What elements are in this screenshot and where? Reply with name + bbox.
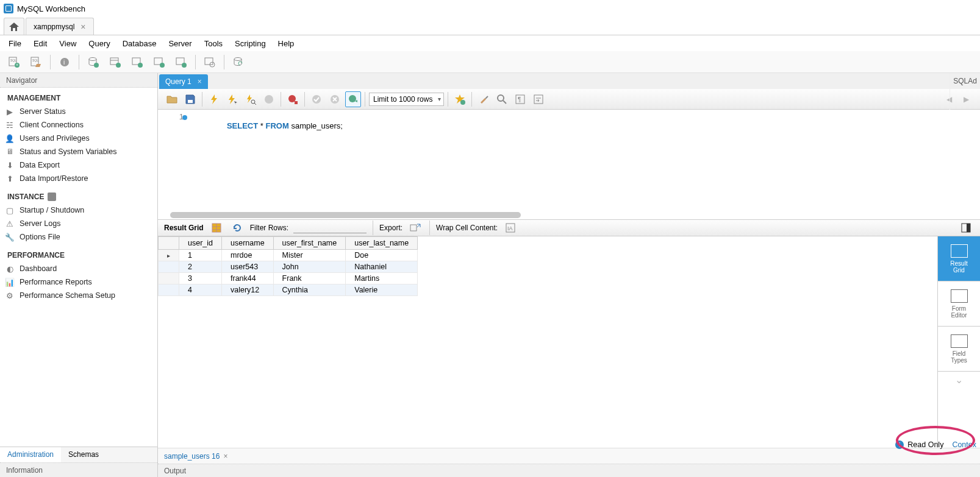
lightning-cursor-icon [227,94,238,105]
sql-editor[interactable]: 1 SELECT * FROM sample_users; [158,110,980,219]
export-button[interactable] [407,220,423,236]
nav-data-export[interactable]: ⬇Data Export [0,158,157,172]
menu-server[interactable]: Server [162,37,198,51]
table-row[interactable]: 4 valery12 Cynthia Valerie [159,284,418,296]
reconnect-button[interactable] [229,54,248,71]
col-username[interactable]: username [222,237,274,250]
rollback-button[interactable] [327,91,343,107]
side-tab-result-grid[interactable]: Result Grid [938,236,980,281]
create-table-button[interactable] [106,54,124,71]
menu-help[interactable]: Help [272,37,301,51]
row-limit-dropdown[interactable]: Limit to 1000 rows [369,93,444,106]
export-grid-icon [410,223,421,233]
svg-line-43 [417,224,420,227]
menu-database[interactable]: Database [116,37,163,51]
svg-point-31 [460,100,465,105]
col-first-name[interactable]: user_first_name [273,237,346,250]
commit-button[interactable] [309,91,324,107]
beautify-button[interactable] [476,91,492,107]
broom-icon [479,94,488,104]
refresh-button[interactable] [229,220,245,236]
toggle-stop-on-error-button[interactable] [285,91,301,107]
editor-zone: SQLAd Query 1 × Limit to 1000 rows [158,73,980,477]
table-row[interactable]: 3 frank44 Frank Martins [159,273,418,284]
home-tab[interactable] [4,18,24,35]
explain-button[interactable] [243,91,259,107]
col-last-name[interactable]: user_last_name [346,237,418,250]
row-selector[interactable] [159,261,179,273]
toggle-wrap-button[interactable] [531,91,546,107]
next-button[interactable]: ▶ [958,91,974,107]
filter-label: Filter Rows: [250,224,288,232]
nav-server-logs[interactable]: ⚠Server Logs [0,217,157,230]
chevron-down-icon[interactable]: ⌄ [938,372,980,388]
close-icon[interactable]: × [223,452,227,461]
row-selector[interactable] [159,273,179,284]
inspector-button[interactable]: i [55,54,74,71]
search-table-data-button[interactable] [201,54,219,71]
close-icon[interactable]: × [198,77,202,86]
favorite-button[interactable] [452,91,468,107]
new-sql-tab-button[interactable]: SQL+ [5,54,23,71]
nav-performance-schema-setup[interactable]: ⚙Performance Schema Setup [0,289,157,302]
nav-options-file[interactable]: 🔧Options File [0,230,157,244]
side-tab-field-types[interactable]: Field Types [938,327,980,372]
wrap-cell-button[interactable]: IA [503,220,518,236]
view-plus-icon [132,57,143,68]
create-schema-button[interactable] [84,54,102,71]
menu-file[interactable]: File [2,37,27,51]
menu-scripting[interactable]: Scripting [229,37,272,51]
nav-startup-shutdown[interactable]: ▢Startup / Shutdown [0,203,157,217]
nav-users-privileges[interactable]: 👤Users and Privileges [0,132,157,145]
execute-button[interactable] [206,91,222,107]
result-tab-strip: sample_users 16 × [158,448,980,464]
nav-client-connections[interactable]: ☵Client Connections [0,118,157,132]
find-button[interactable] [494,91,510,107]
save-icon [185,94,195,104]
side-tab-form-editor[interactable]: Form Editor [938,281,980,327]
nav-performance-reports[interactable]: 📊Performance Reports [0,275,157,289]
filter-rows-input[interactable] [293,222,367,233]
close-icon[interactable]: × [80,22,85,32]
row-selector[interactable] [159,284,179,296]
connection-tab[interactable]: xamppmysql × [26,18,94,35]
navigator-bottom-tabs: Administration Schemas [0,447,157,462]
menu-edit[interactable]: Edit [27,37,53,51]
menu-tools[interactable]: Tools [198,37,229,51]
stop-button[interactable] [261,91,277,107]
autocommit-button[interactable] [345,91,361,107]
execute-current-button[interactable] [224,91,240,107]
tab-administration[interactable]: Administration [0,447,61,462]
proc-plus-icon [154,57,165,68]
horizontal-scrollbar[interactable] [170,212,521,218]
menu-view[interactable]: View [53,37,82,51]
create-view-button[interactable] [128,54,146,71]
nav-server-status[interactable]: ▶Server Status [0,105,157,118]
menu-query[interactable]: Query [82,37,116,51]
nav-data-import[interactable]: ⬆Data Import/Restore [0,172,157,185]
toolbar-separator [79,55,79,69]
create-function-button[interactable] [172,54,190,71]
tab-schemas[interactable]: Schemas [61,447,106,462]
context-help-link[interactable]: Contex [952,440,976,449]
result-grid[interactable]: user_id username user_first_name user_la… [158,236,418,448]
star-icon [454,94,465,105]
row-selector-icon[interactable] [159,250,179,261]
result-tab[interactable]: sample_users 16 [164,452,220,461]
create-procedure-button[interactable] [150,54,168,71]
table-row[interactable]: 2 user543 John Nathaniel [159,261,418,273]
prev-button[interactable]: ◀ [941,91,957,107]
editor-tab-query1[interactable]: Query 1 × [159,74,208,89]
navigator-tree[interactable]: MANAGEMENT ▶Server Status ☵Client Connec… [0,88,157,447]
open-file-button[interactable] [164,91,180,107]
table-row[interactable]: 1 mrdoe Mister Doe [159,250,418,261]
panel-toggle-button[interactable] [958,220,974,236]
toggle-invisible-button[interactable]: ¶ [512,91,528,107]
nav-dashboard[interactable]: ◐Dashboard [0,262,157,275]
save-file-button[interactable] [182,91,198,107]
result-grid-view-button[interactable] [209,220,224,236]
grid-icon [951,244,968,258]
open-sql-file-button[interactable]: SQL [27,54,45,71]
col-user-id[interactable]: user_id [179,237,222,250]
nav-status-variables[interactable]: 🖥Status and System Variables [0,145,157,158]
